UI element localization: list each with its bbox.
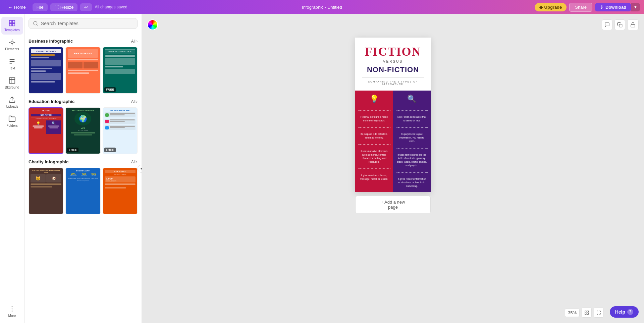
free-badge: FREE [67, 148, 78, 152]
color-picker-button[interactable] [147, 19, 158, 30]
template-item[interactable]: RESTAURANT [65, 47, 100, 94]
share-label: Share [575, 5, 587, 10]
home-icon: ← [8, 5, 12, 10]
nonfiction-title: NON-FICTION [362, 65, 424, 74]
nonfiction-desc3-section: It uses text features like the table of … [393, 149, 431, 171]
nonfiction-desc2-section: Its purpose is to give information. You … [393, 128, 431, 147]
topbar-center: Infographic - Untitled [302, 5, 342, 10]
upgrade-label: Upgrade [544, 5, 562, 10]
sidebar-label-text: Text [9, 66, 15, 70]
file-button[interactable]: File [33, 3, 48, 11]
versus-text: VERSUS [362, 60, 424, 63]
fiction-desc3: It uses narrative elements such as theme… [359, 150, 390, 164]
sidebar-label-background: Bkground [5, 86, 19, 89]
nonfiction-desc4-section: It gives readers information or directio… [393, 173, 431, 192]
sidebar-label-templates: Templates [4, 28, 20, 32]
charity-all-link[interactable]: All › [131, 160, 138, 164]
comment-icon [604, 22, 610, 28]
charity-section-title: Charity Infographic [29, 159, 68, 164]
zoom-level[interactable]: 35% [565, 309, 580, 317]
fullscreen-button[interactable] [594, 308, 604, 318]
svg-rect-1 [12, 20, 15, 23]
education-template-grid: FICTION versus NON-FICTION COMPARING THE… [29, 107, 138, 154]
fiction-desc1: Fictional literature is made from the im… [359, 115, 390, 122]
sidebar-item-elements[interactable]: Elements [1, 36, 23, 54]
fullscreen-icon [596, 310, 601, 315]
template-item[interactable]: FACTS ABOUT THE EARTH 🌍 4.5 BILLION YEAR… [65, 107, 100, 154]
comment-button[interactable] [602, 19, 612, 30]
copy-icon [617, 22, 623, 28]
svg-point-7 [12, 311, 13, 312]
sidebar-item-folders[interactable]: Folders [1, 112, 23, 130]
resize-button[interactable]: ⛶ Resize [50, 3, 78, 11]
background-icon [8, 77, 16, 84]
education-all-link[interactable]: All › [131, 99, 138, 104]
svg-point-5 [12, 306, 13, 307]
business-section-title: Business Infographic [29, 39, 73, 44]
grid-icon [584, 310, 589, 315]
fiction-desc4: It gives readers a theme, message, moral… [359, 174, 390, 181]
copy-button[interactable] [614, 19, 625, 30]
nonfiction-icon: 🔍 [396, 95, 428, 103]
main-layout: Templates Elements Text Bkground Uploads [0, 14, 644, 323]
help-button[interactable]: Help ? [610, 306, 639, 318]
download-button[interactable]: ⇓ Download [595, 3, 631, 11]
bottom-zoom-bar: 35% [565, 308, 604, 318]
download-caret-button[interactable]: ▼ [631, 3, 640, 11]
template-item[interactable]: HOW YOUR DONATIONS CAN HELP CATS & DOGS … [29, 168, 63, 214]
template-item[interactable]: EDUCATE KIDS SINCE ITS LAUNCH 1,000 SCHO… [103, 168, 138, 214]
sidebar-item-background[interactable]: Bkground [1, 74, 23, 92]
svg-rect-0 [9, 20, 12, 23]
education-section-title: Education Infographic [29, 99, 74, 104]
template-item[interactable]: THE BEST HEALTH APPS [103, 107, 138, 154]
share-button[interactable]: Share [569, 3, 592, 12]
resize-icon: ⛶ [54, 5, 59, 10]
saved-status: All changes saved [95, 5, 127, 9]
file-label: File [37, 5, 44, 10]
topbar-left: ← Home File ⛶ Resize ↩ All changes saved [4, 3, 127, 11]
sidebar-label-folders: Folders [6, 124, 17, 127]
infographic-card[interactable]: FICTION VERSUS NON-FICTION COMPARING THE… [355, 38, 431, 192]
download-label: Download [605, 5, 626, 10]
undo-button[interactable]: ↩ [80, 3, 92, 11]
search-input[interactable] [41, 21, 133, 26]
templates-search-area [24, 14, 142, 33]
sidebar-item-text[interactable]: Text [1, 55, 23, 73]
nonfiction-desc1-section: Non-Fiction is literature that is based … [393, 111, 431, 126]
business-all-link[interactable]: All › [131, 39, 138, 44]
text-icon [8, 58, 16, 65]
sidebar-item-templates[interactable]: Templates [1, 17, 23, 35]
chevron-right-icon: › [136, 99, 138, 104]
nonfiction-desc1: Non-Fiction is literature that is based … [396, 115, 428, 122]
infographic-body: 💡 Fictional literature is made from the … [355, 91, 431, 192]
template-item[interactable]: YOUR NEXT PITCH DECK [29, 47, 63, 94]
svg-rect-12 [587, 311, 588, 312]
more-icon [8, 305, 16, 313]
templates-panel: Business Infographic All › YOUR NEXT PIT… [24, 14, 142, 323]
business-template-grid: YOUR NEXT PITCH DECK [29, 47, 138, 94]
icon-sidebar: Templates Elements Text Bkground Uploads [0, 14, 24, 323]
template-item[interactable]: FICTION versus NON-FICTION COMPARING THE… [29, 107, 63, 154]
fiction-desc3-section: It uses narrative elements such as theme… [355, 146, 393, 168]
template-item[interactable]: BUSINESS STARTUP COSTS FREE [103, 47, 138, 94]
fiction-icon-section: 💡 [355, 91, 393, 109]
infographic-header: FICTION VERSUS NON-FICTION COMPARING THE… [355, 38, 431, 91]
sidebar-item-more[interactable]: More [1, 303, 23, 320]
lock-button[interactable] [627, 19, 639, 30]
education-section-header: Education Infographic All › [29, 99, 138, 104]
svg-rect-13 [585, 313, 586, 314]
help-icon: ? [627, 309, 633, 315]
sidebar-item-uploads[interactable]: Uploads [1, 93, 23, 111]
subtitle-text: COMPARING THE 2 TYPES OF LITERATURE [362, 77, 424, 85]
svg-rect-3 [12, 23, 15, 26]
sidebar-label-more: More [8, 314, 16, 318]
home-button[interactable]: ← Home [4, 3, 30, 11]
charity-template-grid: HOW YOUR DONATIONS CAN HELP CATS & DOGS … [29, 168, 138, 214]
fiction-desc2-section: Its purpose is to entertain. You read to… [355, 128, 393, 144]
template-item[interactable]: SHARKS COUNT! 30% THREATENED 73m KILLED/… [65, 168, 100, 214]
add-page-button[interactable]: + Add a new page [355, 196, 431, 213]
svg-point-8 [34, 21, 37, 25]
upgrade-button[interactable]: ◆ Upgrade [535, 3, 567, 11]
grid-view-button[interactable] [582, 308, 592, 318]
nonfiction-desc2: Its purpose is to give information. You … [396, 132, 428, 143]
